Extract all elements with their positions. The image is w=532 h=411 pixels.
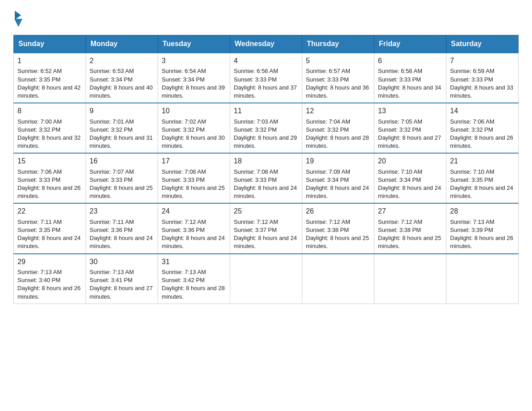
calendar-cell: 4 Sunrise: 6:56 AM Sunset: 3:33 PM Dayli… xyxy=(230,53,302,103)
page-header xyxy=(13,9,519,27)
calendar-table: SundayMondayTuesdayWednesdayThursdayFrid… xyxy=(13,35,519,304)
cell-sunset: Sunset: 3:33 PM xyxy=(306,76,349,83)
cell-daylight: Daylight: 8 hours and 37 minutes. xyxy=(234,84,297,99)
day-number: 2 xyxy=(90,56,154,66)
cell-daylight: Daylight: 8 hours and 24 minutes. xyxy=(234,184,297,199)
calendar-cell: 28 Sunrise: 7:13 AM Sunset: 3:39 PM Dayl… xyxy=(446,203,519,253)
cell-sunrise: Sunrise: 7:06 AM xyxy=(17,168,62,175)
day-number: 20 xyxy=(378,156,442,166)
cell-daylight: Daylight: 8 hours and 36 minutes. xyxy=(306,84,369,99)
day-number: 3 xyxy=(162,56,226,66)
calendar-header-tuesday: Tuesday xyxy=(158,35,230,53)
day-number: 31 xyxy=(162,257,226,267)
cell-sunrise: Sunrise: 7:11 AM xyxy=(90,218,134,225)
cell-daylight: Daylight: 8 hours and 24 minutes. xyxy=(90,235,153,249)
cell-sunset: Sunset: 3:32 PM xyxy=(378,126,421,133)
calendar-cell: 5 Sunrise: 6:57 AM Sunset: 3:33 PM Dayli… xyxy=(302,53,374,103)
cell-daylight: Daylight: 8 hours and 28 minutes. xyxy=(162,285,225,300)
calendar-cell xyxy=(446,254,519,304)
day-number: 25 xyxy=(234,206,298,216)
cell-sunrise: Sunrise: 6:58 AM xyxy=(378,68,422,74)
calendar-cell: 1 Sunrise: 6:52 AM Sunset: 3:35 PM Dayli… xyxy=(14,53,86,103)
cell-sunrise: Sunrise: 7:07 AM xyxy=(90,168,134,175)
cell-sunset: Sunset: 3:32 PM xyxy=(306,126,349,133)
day-number: 18 xyxy=(234,156,298,166)
cell-sunset: Sunset: 3:38 PM xyxy=(306,227,349,233)
cell-daylight: Daylight: 8 hours and 39 minutes. xyxy=(162,84,225,99)
cell-daylight: Daylight: 8 hours and 34 minutes. xyxy=(378,84,441,99)
cell-sunrise: Sunrise: 7:00 AM xyxy=(17,118,62,125)
cell-sunset: Sunset: 3:34 PM xyxy=(162,76,205,83)
cell-sunset: Sunset: 3:34 PM xyxy=(90,76,133,83)
calendar-cell: 3 Sunrise: 6:54 AM Sunset: 3:34 PM Dayli… xyxy=(158,53,230,103)
calendar-week-1: 1 Sunrise: 6:52 AM Sunset: 3:35 PM Dayli… xyxy=(14,53,519,103)
calendar-header-friday: Friday xyxy=(374,35,446,53)
cell-sunset: Sunset: 3:32 PM xyxy=(17,126,60,133)
day-number: 28 xyxy=(450,206,515,216)
cell-daylight: Daylight: 8 hours and 24 minutes. xyxy=(234,235,297,249)
cell-sunset: Sunset: 3:40 PM xyxy=(17,277,60,283)
calendar-cell: 18 Sunrise: 7:08 AM Sunset: 3:33 PM Dayl… xyxy=(230,153,302,203)
cell-sunrise: Sunrise: 7:10 AM xyxy=(450,168,494,175)
calendar-header-saturday: Saturday xyxy=(446,35,519,53)
day-number: 21 xyxy=(450,156,515,166)
cell-sunset: Sunset: 3:33 PM xyxy=(234,76,277,83)
calendar-cell: 14 Sunrise: 7:06 AM Sunset: 3:32 PM Dayl… xyxy=(446,103,519,153)
calendar-cell: 8 Sunrise: 7:00 AM Sunset: 3:32 PM Dayli… xyxy=(14,103,86,153)
calendar-cell: 26 Sunrise: 7:12 AM Sunset: 3:38 PM Dayl… xyxy=(302,203,374,253)
cell-sunset: Sunset: 3:39 PM xyxy=(450,227,493,233)
calendar-header-row: SundayMondayTuesdayWednesdayThursdayFrid… xyxy=(14,35,519,53)
cell-sunrise: Sunrise: 7:12 AM xyxy=(306,218,350,225)
cell-sunrise: Sunrise: 7:06 AM xyxy=(450,118,494,125)
calendar-cell: 25 Sunrise: 7:12 AM Sunset: 3:37 PM Dayl… xyxy=(230,203,302,253)
cell-daylight: Daylight: 8 hours and 26 minutes. xyxy=(450,134,513,149)
cell-sunrise: Sunrise: 7:08 AM xyxy=(162,168,206,175)
day-number: 29 xyxy=(17,257,82,267)
cell-daylight: Daylight: 8 hours and 31 minutes. xyxy=(90,134,153,149)
day-number: 30 xyxy=(90,257,154,267)
cell-daylight: Daylight: 8 hours and 26 minutes. xyxy=(450,235,513,249)
cell-sunrise: Sunrise: 7:08 AM xyxy=(234,168,278,175)
calendar-cell xyxy=(374,254,446,304)
calendar-cell: 30 Sunrise: 7:13 AM Sunset: 3:41 PM Dayl… xyxy=(86,254,158,304)
cell-sunrise: Sunrise: 7:11 AM xyxy=(17,218,62,225)
calendar-cell: 9 Sunrise: 7:01 AM Sunset: 3:32 PM Dayli… xyxy=(86,103,158,153)
cell-sunrise: Sunrise: 7:10 AM xyxy=(378,168,422,175)
cell-sunrise: Sunrise: 7:01 AM xyxy=(90,118,134,125)
cell-daylight: Daylight: 8 hours and 40 minutes. xyxy=(90,84,153,99)
cell-daylight: Daylight: 8 hours and 26 minutes. xyxy=(17,184,81,199)
calendar-cell: 24 Sunrise: 7:12 AM Sunset: 3:36 PM Dayl… xyxy=(158,203,230,253)
day-number: 23 xyxy=(90,206,154,216)
cell-daylight: Daylight: 8 hours and 24 minutes. xyxy=(450,184,513,199)
cell-sunset: Sunset: 3:32 PM xyxy=(90,126,133,133)
cell-sunset: Sunset: 3:32 PM xyxy=(162,126,205,133)
day-number: 6 xyxy=(378,56,442,66)
cell-sunset: Sunset: 3:35 PM xyxy=(17,76,60,83)
cell-sunrise: Sunrise: 7:09 AM xyxy=(306,168,350,175)
cell-sunset: Sunset: 3:35 PM xyxy=(17,227,60,233)
cell-sunrise: Sunrise: 7:12 AM xyxy=(162,218,206,225)
cell-sunset: Sunset: 3:33 PM xyxy=(17,176,60,183)
calendar-cell: 17 Sunrise: 7:08 AM Sunset: 3:33 PM Dayl… xyxy=(158,153,230,203)
calendar-cell: 29 Sunrise: 7:13 AM Sunset: 3:40 PM Dayl… xyxy=(14,254,86,304)
day-number: 12 xyxy=(306,106,370,116)
cell-sunrise: Sunrise: 7:02 AM xyxy=(162,118,206,125)
day-number: 10 xyxy=(162,106,226,116)
cell-sunrise: Sunrise: 6:57 AM xyxy=(306,68,350,74)
cell-sunrise: Sunrise: 7:13 AM xyxy=(162,269,206,275)
calendar-cell: 27 Sunrise: 7:12 AM Sunset: 3:38 PM Dayl… xyxy=(374,203,446,253)
cell-sunrise: Sunrise: 6:56 AM xyxy=(234,68,278,74)
logo xyxy=(13,9,25,27)
calendar-week-4: 22 Sunrise: 7:11 AM Sunset: 3:35 PM Dayl… xyxy=(14,203,519,253)
cell-sunrise: Sunrise: 7:12 AM xyxy=(378,218,422,225)
calendar-cell: 12 Sunrise: 7:04 AM Sunset: 3:32 PM Dayl… xyxy=(302,103,374,153)
calendar-header-thursday: Thursday xyxy=(302,35,374,53)
cell-sunrise: Sunrise: 7:03 AM xyxy=(234,118,278,125)
calendar-cell xyxy=(302,254,374,304)
calendar-cell: 21 Sunrise: 7:10 AM Sunset: 3:35 PM Dayl… xyxy=(446,153,519,203)
cell-sunrise: Sunrise: 7:13 AM xyxy=(17,269,62,275)
cell-sunrise: Sunrise: 6:53 AM xyxy=(90,68,134,74)
calendar-header-sunday: Sunday xyxy=(14,35,86,53)
cell-daylight: Daylight: 8 hours and 24 minutes. xyxy=(162,235,225,249)
calendar-cell: 13 Sunrise: 7:05 AM Sunset: 3:32 PM Dayl… xyxy=(374,103,446,153)
